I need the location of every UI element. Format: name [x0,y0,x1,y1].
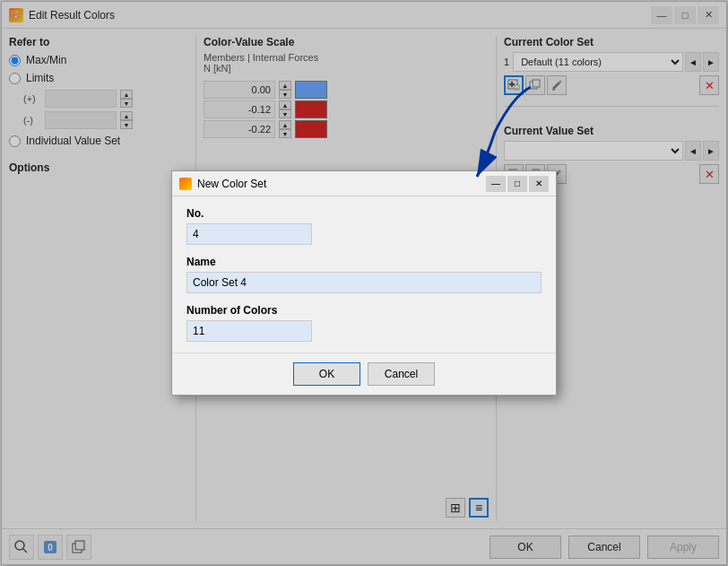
modal-close[interactable]: ✕ [529,176,549,192]
name-label: Name [186,256,542,268]
name-field-row: Name [186,256,542,293]
modal-app-icon [179,178,192,190]
no-input[interactable] [186,223,312,245]
modal-overlay: New Color Set — □ ✕ No. Name Numb [2,2,726,564]
modal-title: New Color Set [197,178,486,190]
modal-minimize[interactable]: — [486,176,506,192]
modal-cancel-button[interactable]: Cancel [368,362,435,386]
main-window: 🎨 Edit Result Colors — □ ✕ Refer to Max/… [1,1,727,565]
no-field-row: No. [186,207,542,245]
no-label: No. [186,207,542,220]
modal-controls: — □ ✕ [486,176,549,192]
modal-maximize[interactable]: □ [507,176,527,192]
name-input[interactable] [186,272,542,293]
new-color-set-modal: New Color Set — □ ✕ No. Name Numb [171,170,557,396]
num-colors-input[interactable] [186,320,312,342]
modal-content: No. Name Number of Colors [172,196,556,353]
modal-footer: OK Cancel [172,353,556,395]
num-colors-label: Number of Colors [186,304,542,317]
num-colors-field-row: Number of Colors [186,304,542,342]
modal-ok-button[interactable]: OK [293,362,360,386]
modal-title-bar: New Color Set — □ ✕ [172,171,556,196]
